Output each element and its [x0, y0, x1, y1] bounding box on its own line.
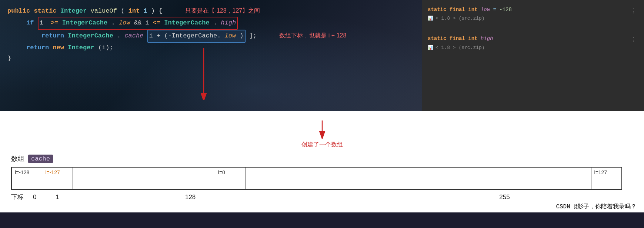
red-arrow: [181, 48, 226, 100]
code-section: public static Integer valueOf ( int i ) …: [0, 0, 422, 111]
right-entry-low: static final int low = -128 📊 < 1.8 > (s…: [428, 6, 638, 27]
kw-static: static: [428, 7, 446, 13]
cell-i-127: i=127: [591, 167, 622, 189]
dot1: .: [111, 19, 115, 26]
low-ref: low: [225, 32, 236, 39]
type-integer2: Integer: [68, 44, 94, 51]
cell-label-neg128: i=-128: [15, 169, 29, 175]
csdn-watermark: CSDN @影子，你陪着我录吗？: [556, 203, 637, 211]
cell-label-0: i=0: [218, 169, 225, 175]
subscript-label: 下标: [11, 193, 24, 201]
field-high: high: [481, 36, 493, 42]
cell-label-127: i=127: [594, 169, 607, 175]
field-low: low: [481, 7, 490, 13]
keyword-public: public: [7, 7, 30, 14]
dot3: .: [117, 32, 121, 39]
index-255: 255: [499, 194, 510, 201]
keyword-if: if: [26, 19, 34, 26]
keyword-new: new: [53, 44, 64, 51]
integercache-ref3: IntegerCache: [68, 32, 113, 39]
integercache-ref1: IntegerCache: [62, 19, 107, 26]
src-ref-high: < 1.8 > (src.zip): [436, 45, 485, 50]
method-valueof: valueOf: [90, 7, 117, 14]
kw-static2: static: [428, 36, 446, 42]
right-sub-high: 📊 < 1.8 > (src.zip): [428, 45, 638, 50]
index-row: 下标 0 1 128 255: [11, 193, 622, 201]
op-lte: <=: [153, 19, 160, 26]
comment-index: 数组下标，也就是 i + 128: [279, 32, 346, 39]
indent2: [7, 32, 38, 39]
semicolon: ];: [249, 32, 257, 39]
paren-close: ) {: [151, 7, 163, 14]
parens: (i);: [98, 44, 113, 51]
watermark-text: CSDN @影子，你陪着我录吗？: [556, 204, 637, 210]
cell-middle-1: [73, 167, 215, 189]
indent: [7, 19, 23, 26]
right-panel: static final int low = -128 📊 < 1.8 > (s…: [422, 0, 644, 111]
integercache-ref2: IntegerCache: [164, 19, 209, 26]
low-field: low: [119, 19, 130, 26]
cache-badge: cache: [28, 155, 53, 163]
kw-int2: int: [468, 36, 477, 42]
index-box: i + (-IntegerCache. low ): [147, 30, 246, 43]
three-dots-low[interactable]: ⋮: [631, 7, 637, 15]
closing-brace: }: [7, 55, 11, 62]
arrow-section: 创建了一个数组: [11, 119, 633, 149]
dot2: .: [213, 19, 217, 26]
array-row: i=-128 i=-127 i=0 i=127: [11, 167, 622, 189]
space: [166, 7, 181, 14]
right-code-low: static final int low = -128: [428, 6, 638, 14]
right-sub-low: 📊 < 1.8 > (src.zip): [428, 16, 638, 21]
cell-middle-2: [246, 167, 591, 189]
arrow-container: 创建了一个数组: [301, 119, 343, 149]
cell-i-neg128: i=-128: [11, 167, 42, 189]
indent: [7, 44, 23, 51]
kw-final: final: [450, 7, 465, 13]
keyword-return1: return: [41, 32, 64, 39]
cell-i-neg127: i=-127: [42, 167, 73, 189]
paren-open: (: [121, 7, 124, 14]
op-gte: >=: [51, 19, 58, 26]
right-entry-high: static final int high 📊 < 1.8 > (src.zip…: [428, 34, 638, 56]
index-1: 1: [56, 194, 59, 201]
src-ref-low: < 1.8 > (src.zip): [436, 16, 485, 21]
right-code-high: static final int high: [428, 34, 638, 43]
chart-icon: 📊: [428, 16, 433, 21]
created-label: 创建了一个数组: [301, 141, 343, 149]
down-arrow-svg: [304, 119, 341, 139]
array-label-row: 数组 cache: [11, 154, 633, 163]
index-128: 128: [185, 194, 196, 201]
i-var: i_: [40, 19, 47, 26]
assign: =: [493, 7, 500, 13]
index-0: 0: [33, 194, 36, 201]
kw-int: int: [468, 7, 477, 13]
type-int: int: [129, 7, 140, 14]
high-field: high: [221, 19, 236, 26]
param-i: i: [143, 7, 147, 14]
comment-range: 只要是在【-128，127】之间: [185, 7, 260, 14]
space: [260, 32, 276, 39]
array-text: 数组: [11, 154, 24, 163]
bottom-section: 创建了一个数组 数组 cache i=-128 i=-127 i=0 i=127: [0, 111, 644, 212]
space: &&: [134, 19, 146, 26]
type-integer: Integer: [60, 7, 87, 14]
code-line-3: return IntegerCache . cache i + (-Intege…: [7, 30, 415, 43]
array-table: i=-128 i=-127 i=0 i=127: [11, 167, 622, 190]
val-128: -128: [499, 7, 512, 13]
bracket-close: ): [240, 32, 243, 39]
chart-icon2: 📊: [428, 45, 433, 50]
kw-final2: final: [450, 36, 465, 42]
cell-i-0: i=0: [215, 167, 246, 189]
cell-label-neg127: i=-127: [45, 169, 60, 175]
cache-field: cache: [124, 32, 143, 39]
condition-box: i_ >= IntegerCache . low && i <= Integer…: [38, 17, 238, 30]
i-var2: i: [145, 19, 149, 26]
keyword-return2: return: [26, 44, 49, 51]
three-dots-high[interactable]: ⋮: [631, 36, 637, 44]
bracket-open: i + (-IntegerCache.: [149, 32, 221, 39]
code-line-1: public static Integer valueOf ( int i ) …: [7, 6, 415, 17]
code-line-2: if i_ >= IntegerCache . low && i <= Inte…: [7, 17, 415, 30]
keyword-static: static: [34, 7, 56, 14]
